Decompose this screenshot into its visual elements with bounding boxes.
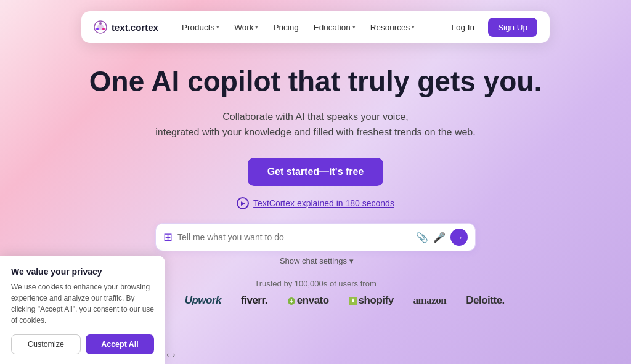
brand-upwork: Upwork: [185, 294, 221, 307]
microphone-icon[interactable]: 🎤: [433, 232, 446, 243]
cookie-text: We use cookies to enhance your browsing …: [11, 281, 154, 326]
cookie-banner: We value your privacy We use cookies to …: [0, 256, 165, 364]
nav-education[interactable]: Education ▾: [307, 19, 362, 36]
logo-icon: [94, 20, 107, 34]
nav-products[interactable]: Products ▾: [176, 19, 226, 36]
brand-fiverr: fiverr.: [241, 294, 267, 307]
hero-subtitle: Collaborate with AI that speaks your voi…: [0, 109, 631, 140]
brand-shopify: shopify: [349, 294, 394, 307]
nav-actions: Log In Sign Up: [444, 18, 537, 37]
video-link[interactable]: ▶ TextCortex explained in 180 seconds: [0, 197, 631, 209]
hero-title: One AI copilot that truly gets you.: [0, 65, 631, 98]
chevron-down-icon: ▾: [352, 24, 356, 30]
prev-arrow-icon: ‹: [166, 350, 169, 359]
play-icon: ▶: [237, 197, 249, 209]
send-button[interactable]: →: [450, 229, 468, 246]
hero-section: One AI copilot that truly gets you. Coll…: [0, 43, 631, 209]
navbar: text.cortex Products ▾ Work ▾ Pricing Ed…: [81, 11, 550, 43]
nav-pricing[interactable]: Pricing: [267, 19, 304, 36]
brand-amazon: amazon: [413, 294, 447, 307]
logo[interactable]: text.cortex: [94, 20, 158, 34]
next-arrow-icon: ›: [173, 350, 175, 359]
chat-settings-toggle[interactable]: Show chat settings ▾: [280, 256, 354, 265]
cta-button[interactable]: Get started—it's free: [248, 158, 384, 186]
chat-actions: 📎 🎤 →: [416, 229, 468, 246]
send-arrow-icon: →: [455, 233, 463, 242]
chevron-down-icon: ▾: [255, 24, 258, 30]
login-button[interactable]: Log In: [444, 19, 482, 36]
nav-links: Products ▾ Work ▾ Pricing Education ▾ Re…: [176, 19, 444, 36]
accept-all-button[interactable]: Accept All: [86, 334, 154, 354]
nav-resources[interactable]: Resources ▾: [364, 19, 421, 36]
attachment-icon[interactable]: 📎: [416, 232, 428, 243]
svg-point-2: [99, 22, 102, 25]
brand-envato: envato: [287, 294, 329, 307]
chat-input[interactable]: [177, 232, 411, 242]
cookie-title: We value your privacy: [11, 267, 154, 277]
customize-button[interactable]: Customize: [11, 334, 81, 354]
logo-text: text.cortex: [112, 22, 158, 33]
grid-icon: ⊞: [163, 230, 173, 244]
chevron-down-icon: ▾: [349, 256, 354, 265]
chat-bar: ⊞ 📎 🎤 →: [155, 223, 476, 251]
svg-point-4: [96, 28, 99, 30]
nav-work[interactable]: Work ▾: [228, 19, 264, 36]
signup-button[interactable]: Sign Up: [488, 18, 537, 37]
pagination[interactable]: ‹ ›: [166, 350, 176, 359]
brand-deloitte-2: Deloitte.: [466, 294, 505, 307]
chevron-down-icon: ▾: [412, 24, 415, 30]
cookie-buttons: Customize Accept All: [11, 334, 154, 354]
chevron-down-icon: ▾: [216, 24, 219, 30]
svg-point-3: [102, 28, 105, 30]
